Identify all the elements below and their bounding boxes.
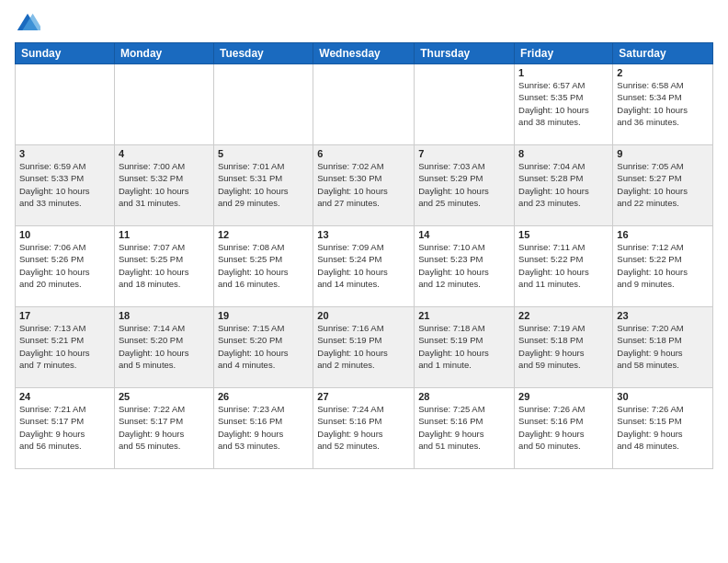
calendar-cell: 18Sunrise: 7:14 AMSunset: 5:20 PMDayligh… [114,307,213,388]
day-info: Sunrise: 7:19 AMSunset: 5:18 PMDaylight:… [518,322,609,371]
day-info: Sunrise: 7:02 AMSunset: 5:30 PMDaylight:… [317,160,410,209]
week-row-5: 24Sunrise: 7:21 AMSunset: 5:17 PMDayligh… [16,388,713,469]
calendar-cell [16,64,115,145]
calendar: SundayMondayTuesdayWednesdayThursdayFrid… [15,42,713,469]
day-number: 5 [218,148,309,159]
weekday-saturday: Saturday [613,43,713,64]
day-info: Sunrise: 7:15 AMSunset: 5:20 PMDaylight:… [218,322,309,371]
calendar-cell: 20Sunrise: 7:16 AMSunset: 5:19 PMDayligh… [313,307,415,388]
day-number: 24 [19,391,110,402]
day-number: 14 [418,229,510,240]
day-number: 21 [418,310,510,321]
day-number: 28 [418,391,510,402]
calendar-cell: 3Sunrise: 6:59 AMSunset: 5:33 PMDaylight… [16,145,115,226]
calendar-cell: 4Sunrise: 7:00 AMSunset: 5:32 PMDaylight… [114,145,213,226]
day-number: 18 [119,310,210,321]
day-number: 12 [218,229,309,240]
day-info: Sunrise: 6:59 AMSunset: 5:33 PMDaylight:… [19,160,110,209]
logo [15,11,44,37]
day-number: 11 [119,229,210,240]
calendar-cell [114,64,213,145]
calendar-cell: 8Sunrise: 7:04 AMSunset: 5:28 PMDaylight… [515,145,613,226]
day-info: Sunrise: 6:57 AMSunset: 5:35 PMDaylight:… [518,79,609,128]
calendar-cell: 21Sunrise: 7:18 AMSunset: 5:19 PMDayligh… [415,307,515,388]
day-number: 26 [218,391,309,402]
day-number: 19 [218,310,309,321]
day-info: Sunrise: 7:04 AMSunset: 5:28 PMDaylight:… [518,160,609,209]
day-info: Sunrise: 6:58 AMSunset: 5:34 PMDaylight:… [617,79,709,128]
day-info: Sunrise: 7:18 AMSunset: 5:19 PMDaylight:… [418,322,510,371]
day-info: Sunrise: 7:24 AMSunset: 5:16 PMDaylight:… [317,403,410,452]
calendar-cell: 27Sunrise: 7:24 AMSunset: 5:16 PMDayligh… [313,388,415,469]
day-info: Sunrise: 7:13 AMSunset: 5:21 PMDaylight:… [19,322,110,371]
day-number: 4 [119,148,210,159]
day-number: 7 [418,148,510,159]
day-info: Sunrise: 7:03 AMSunset: 5:29 PMDaylight:… [418,160,510,209]
day-info: Sunrise: 7:08 AMSunset: 5:25 PMDaylight:… [218,241,309,290]
day-number: 15 [518,229,609,240]
day-info: Sunrise: 7:14 AMSunset: 5:20 PMDaylight:… [119,322,210,371]
calendar-cell: 13Sunrise: 7:09 AMSunset: 5:24 PMDayligh… [313,226,415,307]
day-info: Sunrise: 7:07 AMSunset: 5:25 PMDaylight:… [119,241,210,290]
day-number: 29 [518,391,609,402]
calendar-header: SundayMondayTuesdayWednesdayThursdayFrid… [16,43,713,64]
calendar-cell: 15Sunrise: 7:11 AMSunset: 5:22 PMDayligh… [515,226,613,307]
calendar-cell [313,64,415,145]
calendar-cell: 28Sunrise: 7:25 AMSunset: 5:16 PMDayligh… [415,388,515,469]
week-row-2: 3Sunrise: 6:59 AMSunset: 5:33 PMDaylight… [16,145,713,226]
day-info: Sunrise: 7:01 AMSunset: 5:31 PMDaylight:… [218,160,309,209]
calendar-cell: 12Sunrise: 7:08 AMSunset: 5:25 PMDayligh… [213,226,313,307]
calendar-cell: 1Sunrise: 6:57 AMSunset: 5:35 PMDaylight… [515,64,613,145]
weekday-friday: Friday [515,43,613,64]
calendar-cell: 23Sunrise: 7:20 AMSunset: 5:18 PMDayligh… [613,307,713,388]
day-number: 3 [19,148,110,159]
day-info: Sunrise: 7:10 AMSunset: 5:23 PMDaylight:… [418,241,510,290]
weekday-wednesday: Wednesday [313,43,415,64]
day-info: Sunrise: 7:25 AMSunset: 5:16 PMDaylight:… [418,403,510,452]
day-number: 22 [518,310,609,321]
day-number: 13 [317,229,410,240]
day-info: Sunrise: 7:09 AMSunset: 5:24 PMDaylight:… [317,241,410,290]
calendar-cell [213,64,313,145]
day-number: 20 [317,310,410,321]
calendar-cell: 16Sunrise: 7:12 AMSunset: 5:22 PMDayligh… [613,226,713,307]
calendar-cell: 19Sunrise: 7:15 AMSunset: 5:20 PMDayligh… [213,307,313,388]
day-info: Sunrise: 7:11 AMSunset: 5:22 PMDaylight:… [518,241,609,290]
calendar-cell: 11Sunrise: 7:07 AMSunset: 5:25 PMDayligh… [114,226,213,307]
header [15,11,713,37]
day-number: 27 [317,391,410,402]
day-number: 23 [617,310,709,321]
weekday-sunday: Sunday [16,43,115,64]
day-info: Sunrise: 7:12 AMSunset: 5:22 PMDaylight:… [617,241,709,290]
weekday-tuesday: Tuesday [213,43,313,64]
week-row-1: 1Sunrise: 6:57 AMSunset: 5:35 PMDaylight… [16,64,713,145]
day-info: Sunrise: 7:21 AMSunset: 5:17 PMDaylight:… [19,403,110,452]
day-number: 1 [518,67,609,78]
day-info: Sunrise: 7:20 AMSunset: 5:18 PMDaylight:… [617,322,709,371]
weekday-monday: Monday [114,43,213,64]
day-info: Sunrise: 7:16 AMSunset: 5:19 PMDaylight:… [317,322,410,371]
calendar-cell: 25Sunrise: 7:22 AMSunset: 5:17 PMDayligh… [114,388,213,469]
calendar-cell: 17Sunrise: 7:13 AMSunset: 5:21 PMDayligh… [16,307,115,388]
day-info: Sunrise: 7:00 AMSunset: 5:32 PMDaylight:… [119,160,210,209]
calendar-cell: 5Sunrise: 7:01 AMSunset: 5:31 PMDaylight… [213,145,313,226]
day-number: 16 [617,229,709,240]
day-info: Sunrise: 7:26 AMSunset: 5:16 PMDaylight:… [518,403,609,452]
day-number: 9 [617,148,709,159]
calendar-cell: 29Sunrise: 7:26 AMSunset: 5:16 PMDayligh… [515,388,613,469]
day-info: Sunrise: 7:23 AMSunset: 5:16 PMDaylight:… [218,403,309,452]
weekday-header-row: SundayMondayTuesdayWednesdayThursdayFrid… [16,43,713,64]
calendar-body: 1Sunrise: 6:57 AMSunset: 5:35 PMDaylight… [16,64,713,469]
logo-icon [15,11,40,37]
day-info: Sunrise: 7:26 AMSunset: 5:15 PMDaylight:… [617,403,709,452]
page: SundayMondayTuesdayWednesdayThursdayFrid… [0,0,728,477]
calendar-cell: 2Sunrise: 6:58 AMSunset: 5:34 PMDaylight… [613,64,713,145]
calendar-cell [415,64,515,145]
day-number: 25 [119,391,210,402]
day-number: 10 [19,229,110,240]
week-row-4: 17Sunrise: 7:13 AMSunset: 5:21 PMDayligh… [16,307,713,388]
day-number: 2 [617,67,709,78]
week-row-3: 10Sunrise: 7:06 AMSunset: 5:26 PMDayligh… [16,226,713,307]
calendar-cell: 10Sunrise: 7:06 AMSunset: 5:26 PMDayligh… [16,226,115,307]
weekday-thursday: Thursday [415,43,515,64]
